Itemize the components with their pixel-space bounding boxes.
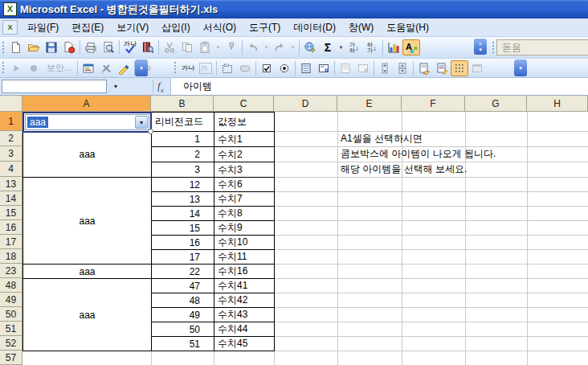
menu-view[interactable]: 보기(V)	[110, 19, 155, 36]
column-header-h[interactable]: H	[527, 96, 588, 112]
toolbox-button[interactable]	[97, 60, 115, 76]
menu-format[interactable]: 서식(O)	[197, 19, 243, 36]
note-line-3[interactable]: 해당 아이템을 선택해 보세요.	[341, 162, 467, 177]
row-header[interactable]: 51	[0, 322, 22, 336]
edit-code-button[interactable]	[433, 60, 451, 76]
merged-cell-a23[interactable]: aaa	[22, 264, 152, 279]
row-header-1[interactable]: 1	[0, 112, 22, 131]
menu-tools[interactable]: 도구(T)	[243, 19, 287, 36]
scrollbar-control-button[interactable]	[376, 60, 394, 76]
row-header[interactable]: 14	[0, 191, 22, 206]
menu-window[interactable]: 창(W)	[342, 19, 380, 36]
research-button[interactable]	[139, 39, 157, 55]
combobox-control-button[interactable]	[315, 60, 333, 76]
menu-file[interactable]: 파일(F)	[21, 19, 65, 36]
note-line-2[interactable]: 콤보박스에 아이템이 나오게 됩니다.	[341, 146, 496, 162]
row-header[interactable]: 57	[0, 351, 22, 365]
autosum-dropdown[interactable]: ▾	[337, 39, 345, 55]
cell-c2[interactable]: 수치1	[214, 131, 275, 147]
new-document-button[interactable]	[7, 39, 25, 55]
print-preview-button[interactable]	[100, 39, 117, 55]
option-control-button[interactable]	[276, 60, 293, 76]
combobox-dropdown-button[interactable]: ▼	[135, 116, 148, 129]
design-mode-button[interactable]	[115, 60, 133, 76]
row-header[interactable]: 52	[0, 336, 22, 351]
cell-b51[interactable]: 50	[151, 322, 214, 337]
cell-c23[interactable]: 수치16	[214, 264, 275, 279]
merged-cell-a48-a52[interactable]: aaa	[22, 278, 152, 351]
column-header-e[interactable]: E	[337, 96, 402, 112]
toolbar-grip[interactable]	[2, 41, 5, 55]
row-header[interactable]: 4	[0, 162, 22, 177]
row-header[interactable]: 48	[0, 278, 22, 293]
menu-help[interactable]: 도움말(H)	[380, 19, 435, 36]
name-box-dropdown[interactable]: ▾	[108, 80, 123, 93]
cell-c4[interactable]: 수치3	[214, 162, 275, 178]
forms-toolbar-options-chevron[interactable]: ▾	[514, 59, 527, 76]
cell-b17[interactable]: 16	[151, 235, 214, 250]
cell-b13[interactable]: 12	[151, 177, 214, 192]
menu-data[interactable]: 데이터(D)	[287, 19, 342, 36]
row-header[interactable]: 16	[0, 220, 22, 235]
control-properties-button[interactable]	[415, 60, 433, 76]
column-header-f[interactable]: F	[402, 96, 465, 112]
excel-app-icon[interactable]: X	[3, 2, 17, 16]
column-header-g[interactable]: G	[465, 96, 527, 112]
menu-edit[interactable]: 편집(E)	[65, 19, 110, 36]
save-button[interactable]	[43, 39, 60, 55]
cell-b4[interactable]: 3	[151, 162, 214, 178]
sort-descending-button[interactable]: 하가↓	[363, 39, 381, 55]
column-header-a[interactable]: A	[22, 96, 151, 112]
fx-icon[interactable]: fx	[157, 80, 170, 93]
cell-c13[interactable]: 수치6	[214, 177, 275, 192]
cell-b52[interactable]: 51	[151, 336, 214, 351]
cell-b3[interactable]: 2	[151, 146, 214, 162]
cell-c18[interactable]: 수치11	[214, 249, 275, 265]
permission-button[interactable]	[60, 39, 78, 55]
cell-b14[interactable]: 13	[151, 191, 214, 207]
cell-b50[interactable]: 49	[151, 307, 214, 322]
cell-c15[interactable]: 수치8	[214, 206, 275, 221]
vb-editor-button[interactable]	[80, 60, 97, 76]
row-header[interactable]: 50	[0, 307, 22, 322]
cell-b2[interactable]: 1	[151, 131, 214, 147]
spelling-button[interactable]: 가나	[121, 39, 139, 55]
name-box[interactable]	[2, 80, 107, 93]
print-button[interactable]	[82, 39, 100, 55]
cell-b49[interactable]: 48	[151, 293, 214, 308]
merged-cell-a13-a18[interactable]: aaa	[22, 177, 152, 265]
spinner-control-button[interactable]	[394, 60, 411, 76]
cell-b23[interactable]: 22	[151, 264, 214, 279]
toolbar-grip[interactable]	[174, 61, 177, 75]
row-header[interactable]: 3	[0, 146, 22, 162]
formula-input[interactable]: 아이템	[170, 78, 588, 95]
drawing-button[interactable]: A	[402, 39, 420, 55]
cell-c14[interactable]: 수치7	[214, 191, 275, 207]
cell-b1[interactable]: 리비전코드	[151, 112, 214, 132]
checkbox-control-button[interactable]	[258, 60, 276, 76]
vb-toolbar-options-chevron[interactable]: ▾	[135, 59, 148, 76]
cell-c1[interactable]: 값정보	[214, 112, 275, 132]
combobox-resize-handle[interactable]	[148, 129, 153, 134]
cell-b18[interactable]: 17	[151, 249, 214, 265]
open-button[interactable]	[25, 39, 43, 55]
groupbox-control-button[interactable]	[218, 60, 236, 76]
cell-c17[interactable]: 수치10	[214, 235, 275, 250]
row-header[interactable]: 49	[0, 293, 22, 307]
column-header-b[interactable]: B	[151, 96, 214, 112]
cell-c3[interactable]: 수치2	[214, 146, 275, 162]
menu-insert[interactable]: 삽입(I)	[155, 19, 196, 36]
cell-c49[interactable]: 수치42	[214, 293, 275, 308]
cell-b15[interactable]: 14	[151, 206, 214, 221]
label-control-button[interactable]: 가나	[179, 60, 197, 76]
row-header[interactable]: 13	[0, 177, 22, 191]
row-header[interactable]: 18	[0, 249, 22, 264]
row-header[interactable]: 2	[0, 131, 22, 146]
row-header[interactable]: 15	[0, 206, 22, 220]
sheet-icon[interactable]: X	[2, 20, 18, 35]
chart-wizard-button[interactable]	[385, 39, 402, 55]
column-header-d[interactable]: D	[274, 96, 337, 112]
a1-combobox[interactable]: aaa ▼	[25, 114, 149, 130]
merged-cell-a2-a4[interactable]: aaa	[22, 131, 152, 178]
listbox-control-button[interactable]	[297, 60, 315, 76]
